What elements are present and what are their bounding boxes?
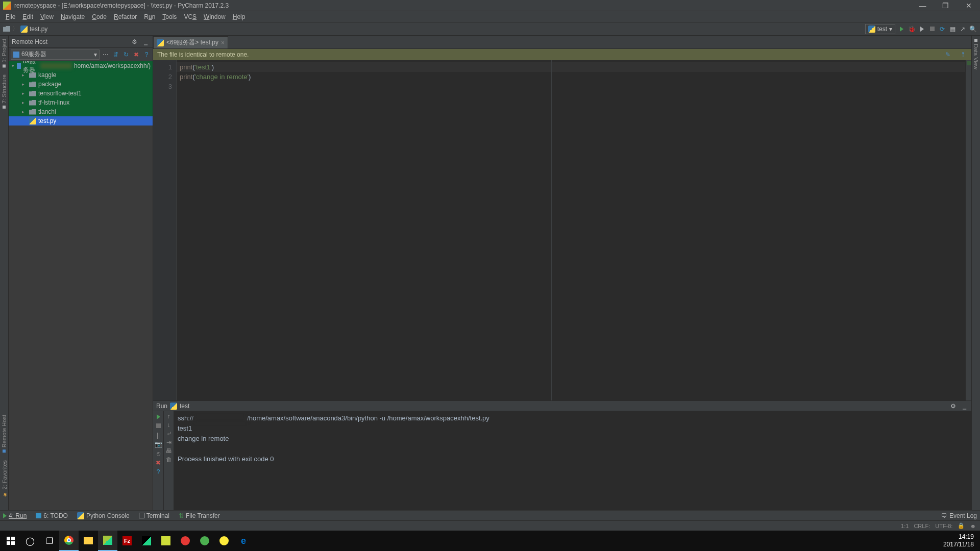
- attach-icon[interactable]: ⎋: [155, 449, 162, 457]
- gear-icon[interactable]: ⚙: [949, 402, 957, 410]
- chevron-down-icon: ▾: [889, 26, 892, 33]
- upload-icon[interactable]: ⭱: [959, 51, 967, 59]
- diff-action-icon[interactable]: ✎: [944, 51, 952, 59]
- pause-icon[interactable]: ||: [155, 431, 162, 439]
- minimize-button[interactable]: —: [911, 0, 934, 11]
- refresh-icon[interactable]: ↻: [122, 51, 130, 59]
- tree-folder[interactable]: ▸tensorflow-test1: [9, 89, 153, 98]
- chrome-icon[interactable]: [59, 531, 79, 551]
- event-log[interactable]: 🗨Event Log: [941, 512, 977, 519]
- help-icon[interactable]: ?: [142, 51, 151, 59]
- file-encoding[interactable]: UTF-8:: [935, 523, 952, 529]
- stop-button[interactable]: [155, 422, 162, 430]
- up-icon[interactable]: ↑: [167, 413, 170, 420]
- toolwindow-favorites[interactable]: ★2: Favorites: [1, 460, 8, 498]
- close-button[interactable]: ✕: [957, 0, 980, 11]
- app-icon-lime[interactable]: [214, 531, 234, 551]
- project-folder-icon[interactable]: [3, 26, 10, 32]
- folder-icon: [29, 100, 36, 106]
- menu-code[interactable]: Code: [88, 12, 110, 21]
- caret-position[interactable]: 1:1: [901, 523, 909, 529]
- app-icon-green[interactable]: [195, 531, 214, 551]
- server-combo[interactable]: 69服务器 ▾: [11, 49, 100, 60]
- debug-button[interactable]: 🐞: [908, 25, 916, 33]
- toolwindow-run[interactable]: 4: Run: [3, 512, 27, 519]
- commit-icon[interactable]: ▦: [948, 25, 957, 33]
- menu-window[interactable]: Window: [200, 12, 229, 21]
- readonly-lock-icon[interactable]: 🔒: [958, 522, 965, 529]
- menu-refactor[interactable]: Refactor: [110, 12, 140, 21]
- filezilla-icon[interactable]: Fz: [117, 531, 137, 551]
- print-icon[interactable]: 🖶: [166, 447, 172, 455]
- hide-panel-icon[interactable]: ⎯: [141, 38, 150, 46]
- explorer-icon[interactable]: [79, 531, 98, 551]
- menu-vcs[interactable]: VCS: [180, 12, 200, 21]
- menu-file[interactable]: File: [2, 12, 19, 21]
- remote-host-panel: Remote Host ⚙ ⎯ 69服务器 ▾ ⋯ ⇵ ↻ ✖ ? ▾ 69服务…: [9, 36, 153, 510]
- tree-root[interactable]: ▾ 69服务器 home/amax/workspacexhh/): [9, 61, 153, 70]
- remote-tree[interactable]: ▾ 69服务器 home/amax/workspacexhh/) ▸kaggle…: [9, 61, 153, 510]
- toolwindow-project[interactable]: 1: Project: [1, 39, 7, 67]
- menu-tools[interactable]: Tools: [159, 12, 180, 21]
- close-tab-icon[interactable]: ×: [221, 39, 225, 46]
- run-coverage-button[interactable]: [918, 25, 926, 33]
- tab-label: <69服务器> test.py: [166, 38, 218, 47]
- task-view-icon[interactable]: ❐: [40, 531, 59, 551]
- scroll-to-end-icon[interactable]: ⇥: [166, 439, 172, 446]
- stop-button[interactable]: [928, 25, 936, 33]
- tree-folder[interactable]: ▸tianchi: [9, 107, 153, 116]
- start-button[interactable]: [1, 531, 20, 551]
- python-file-icon: [20, 26, 28, 33]
- rerun-button[interactable]: [155, 413, 162, 420]
- code-editor[interactable]: print('test1') print('change in remote'): [177, 60, 965, 400]
- dump-icon[interactable]: 📷: [155, 440, 162, 448]
- help-run-icon[interactable]: ?: [155, 468, 162, 475]
- run-button[interactable]: [897, 25, 905, 33]
- pycharm-icon[interactable]: [98, 531, 117, 551]
- system-tray[interactable]: 14:19 2017/11/18: [943, 533, 979, 548]
- search-icon[interactable]: 🔍: [969, 25, 977, 33]
- app-icon-red[interactable]: [176, 531, 195, 551]
- breadcrumb-file[interactable]: test.py: [30, 26, 47, 33]
- tree-file-selected[interactable]: test.py: [9, 116, 153, 126]
- hide-panel-icon[interactable]: ⎯: [960, 402, 968, 410]
- edge-icon[interactable]: e: [234, 531, 253, 551]
- menu-view[interactable]: View: [37, 12, 57, 21]
- soft-wrap-icon[interactable]: ⤶: [166, 430, 172, 437]
- cortana-icon[interactable]: ◯: [20, 531, 40, 551]
- push-icon[interactable]: ↗: [959, 25, 967, 33]
- toolwindow-terminal[interactable]: Terminal: [139, 512, 169, 519]
- update-project-icon[interactable]: ⟳: [938, 25, 946, 33]
- toolwindow-todo[interactable]: 6: TODO: [36, 512, 68, 519]
- toolwindow-dataview[interactable]: Data View: [973, 39, 979, 69]
- status-bar: 1:1 CRLF: UTF-8: 🔒 ☻: [0, 520, 980, 531]
- line-separator[interactable]: CRLF:: [914, 523, 930, 529]
- line-number-gutter[interactable]: 123: [153, 60, 177, 400]
- down-icon[interactable]: ↓: [167, 421, 170, 429]
- toolwindow-file-transfer[interactable]: ⇅File Transfer: [179, 512, 220, 519]
- hector-icon[interactable]: ☻: [970, 523, 976, 529]
- run-config-combo[interactable]: test ▾: [865, 24, 895, 34]
- clear-icon[interactable]: 🗑: [166, 456, 172, 463]
- maximize-button[interactable]: ❐: [934, 0, 957, 11]
- toolwindow-remotehost[interactable]: Remote Host: [1, 415, 7, 453]
- menu-run[interactable]: Run: [140, 12, 159, 21]
- app-icon-yellow[interactable]: [156, 531, 176, 551]
- toolwindow-python-console[interactable]: Python Console: [77, 512, 130, 519]
- ellipsis-button[interactable]: ⋯: [102, 51, 110, 59]
- editor-tab[interactable]: <69服务器> test.py ×: [153, 36, 228, 48]
- close-run-icon[interactable]: ✖: [155, 459, 162, 466]
- toolwindow-structure[interactable]: 7: Structure: [1, 74, 7, 109]
- gear-icon[interactable]: ⚙: [130, 38, 138, 46]
- run-label: Run: [156, 403, 167, 410]
- editor-scrollbar[interactable]: [965, 60, 971, 400]
- tree-folder[interactable]: ▸package: [9, 80, 153, 89]
- menu-help[interactable]: Help: [229, 12, 249, 21]
- tree-folder[interactable]: ▸tf-lstm-linux: [9, 98, 153, 107]
- pycharm2-icon[interactable]: [137, 531, 156, 551]
- menu-navigate[interactable]: Navigate: [57, 12, 88, 21]
- diff-icon[interactable]: ⇵: [112, 51, 120, 59]
- menu-edit[interactable]: Edit: [19, 12, 37, 21]
- delete-icon[interactable]: ✖: [132, 51, 140, 59]
- run-output[interactable]: ssh:///home/amax/software/anaconda3/bin/…: [174, 411, 971, 510]
